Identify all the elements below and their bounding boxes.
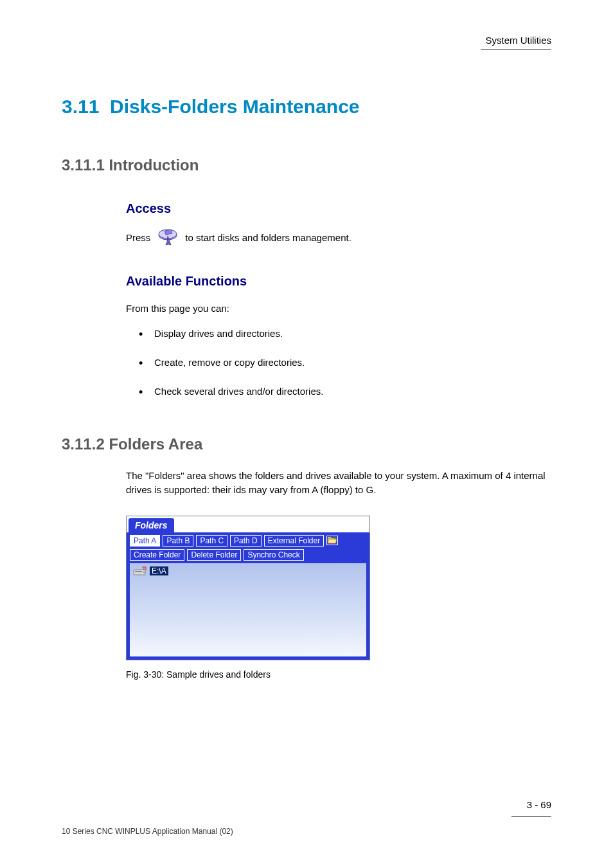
drive-row[interactable]: E:\A (133, 566, 363, 576)
subsection-1-title: Introduction (109, 156, 199, 174)
list-item: Create, remove or copy directories. (139, 357, 551, 368)
external-folder-button[interactable]: External Folder (264, 535, 324, 547)
footer-copyright: 10 Series CNC WINPLUS Application Manual… (62, 827, 233, 836)
access-text-before: Press (126, 232, 150, 243)
folder-listing-area[interactable]: E:\A (130, 563, 366, 656)
header-section-name: System Utilities (485, 35, 551, 46)
section-heading: 3.11 Disks-Folders Maintenance (62, 96, 551, 118)
header-underline (481, 49, 551, 50)
folders-tab[interactable]: Folders (129, 518, 174, 532)
delete-folder-button[interactable]: Delete Folder (187, 549, 241, 561)
section-number: 3.11 (62, 96, 99, 117)
path-d-button[interactable]: Path D (230, 535, 262, 547)
folders-area-intro: The "Folders" area shows the folders and… (126, 469, 551, 498)
path-button-row: Path A Path B Path C Path D External Fol… (130, 535, 366, 547)
list-item: Display drives and directories. (139, 328, 551, 339)
page-number: 3 - 69 (527, 799, 551, 810)
functions-list: Display drives and directories. Create, … (139, 328, 551, 397)
figure-caption: Fig. 3-30: Sample drives and folders (126, 669, 551, 680)
subsection-1-number: 3.11.1 (62, 156, 105, 174)
subsection-2-heading: 3.11.2 Folders Area (62, 435, 551, 453)
folders-panel: Folders Path A Path B Path C Path D Exte… (126, 516, 370, 660)
access-text-after: to start disks and folders management. (185, 232, 351, 243)
functions-intro: From this page you can: (126, 302, 551, 316)
functions-heading: Available Functions (126, 274, 551, 289)
list-item: Check several drives and/or directories. (139, 386, 551, 397)
subsection-2-number: 3.11.2 (62, 435, 105, 453)
footer-underline (511, 816, 551, 817)
access-instruction: Press to start disks and folders managem… (126, 228, 551, 247)
folders-tab-row: Folders (127, 516, 369, 532)
create-folder-button[interactable]: Create Folder (130, 549, 184, 561)
disk-maintenance-icon (157, 228, 179, 247)
access-heading: Access (126, 201, 551, 216)
drive-icon (133, 566, 147, 576)
svg-rect-4 (135, 571, 142, 572)
path-a-button[interactable]: Path A (130, 535, 160, 547)
folders-panel-body: Path A Path B Path C Path D External Fol… (127, 532, 369, 660)
browse-folder-icon-button[interactable] (326, 536, 338, 545)
drive-label: E:\A (150, 566, 168, 575)
synchro-check-button[interactable]: Synchro Check (244, 549, 303, 561)
subsection-2-title: Folders Area (109, 435, 202, 453)
action-button-row: Create Folder Delete Folder Synchro Chec… (130, 549, 366, 561)
section-title: Disks-Folders Maintenance (110, 96, 359, 117)
subsection-1-heading: 3.11.1 Introduction (62, 156, 551, 174)
svg-point-5 (143, 572, 145, 573)
path-b-button[interactable]: Path B (163, 535, 193, 547)
path-c-button[interactable]: Path C (196, 535, 227, 547)
